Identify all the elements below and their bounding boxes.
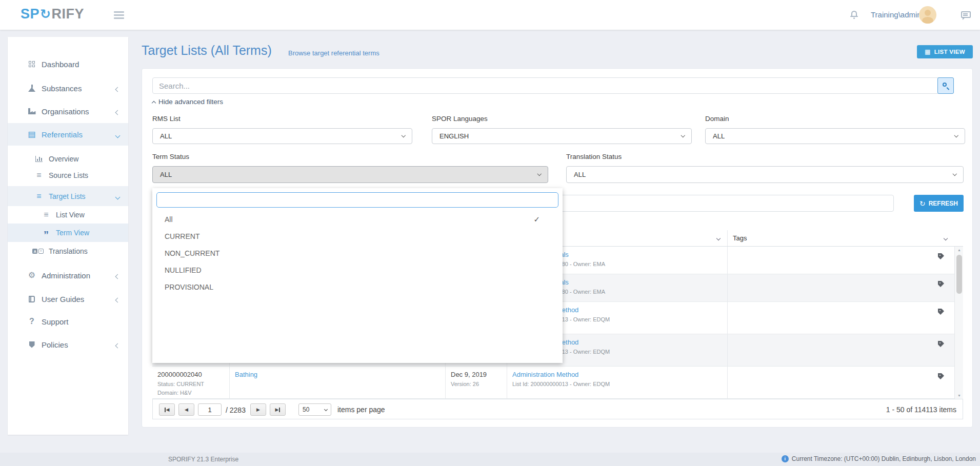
last-page-button[interactable]: ▶ [270, 403, 286, 416]
search-button[interactable] [937, 77, 954, 94]
term-domain: Domain: H&V [157, 390, 224, 396]
tag-icon[interactable] [938, 341, 944, 347]
total-pages-label: / 2283 [226, 406, 246, 414]
rms-list-select[interactable]: ALL [152, 128, 412, 144]
tag-icon[interactable] [938, 373, 944, 379]
page-title: Target Lists (All Terms) [142, 43, 272, 58]
sidebar-item-label: Dashboard [42, 60, 79, 69]
hide-advanced-filters-link[interactable]: Hide advanced filters [152, 98, 223, 106]
rms-list-label: RMS List [152, 115, 181, 123]
chevron-down-icon [952, 172, 956, 176]
sidebar-item-target-lists[interactable]: ≡ Target Lists [8, 186, 128, 206]
previous-page-button[interactable]: ◀ [178, 403, 194, 416]
sidebar-item-user-guides[interactable]: User Guides [8, 288, 128, 310]
refresh-button[interactable]: ↻ REFRESH [914, 195, 964, 212]
referentials-list-icon: ▤ [26, 130, 37, 138]
column-menu-icon[interactable] [944, 236, 948, 240]
term-name-link[interactable]: Bathing [235, 371, 440, 378]
sidebar-item-label: Term View [56, 229, 89, 237]
header-cell-tags[interactable]: Tags [728, 230, 954, 246]
items-range-label: 1 - 50 of 114113 items [886, 406, 956, 414]
items-per-page-label: items per page [337, 406, 385, 414]
scroll-down-icon[interactable]: ▼ [955, 394, 964, 397]
sidebar-item-list-view[interactable]: ≡ List View [8, 206, 128, 224]
first-page-button[interactable]: ◀ [159, 403, 175, 416]
table-row[interactable]: 200000002040 Status: CURRENT Domain: H&V… [152, 367, 963, 399]
next-page-button[interactable]: ▶ [250, 403, 266, 416]
dropdown-filter-input[interactable] [156, 192, 558, 208]
user-menu[interactable]: Training\admin [871, 10, 922, 19]
scroll-up-icon[interactable]: ▲ [955, 248, 964, 252]
sidebar-item-source-lists[interactable]: ≡ Source Lists [8, 167, 128, 184]
question-mark-icon: ? [26, 317, 37, 326]
flask-icon [26, 85, 37, 92]
sidebar-item-label: Organisations [42, 107, 89, 116]
table-scrollbar[interactable]: ▲ ▼ [954, 247, 963, 399]
notifications-bell-icon[interactable] [850, 11, 858, 19]
chevron-down-icon [401, 133, 405, 137]
wrench-icon: ⚙ [26, 271, 37, 279]
sidebar-item-label: Substances [42, 84, 82, 93]
search-input[interactable] [152, 77, 954, 94]
sidebar-item-support[interactable]: ? Support [8, 310, 128, 333]
factory-icon [26, 108, 37, 114]
chevron-down-icon [116, 130, 119, 139]
chevron-down-icon [116, 192, 119, 200]
avatar[interactable] [919, 6, 936, 24]
term-status-dropdown-panel: All ✓ CURRENT NON_CURRENT NULLIFIED PROV… [152, 188, 563, 363]
page-number-input[interactable] [198, 403, 222, 416]
chevron-down-icon [537, 172, 541, 176]
hamburger-menu-icon[interactable] [114, 11, 124, 19]
term-id: 200000002040 [157, 371, 224, 378]
domain-select[interactable]: ALL [705, 128, 965, 144]
timezone-info: i Current Timezone: (UTC+00:00) Dublin, … [782, 455, 976, 462]
sidebar-item-label: List View [56, 211, 85, 219]
sidebar-item-administration[interactable]: ⚙ Administration [8, 264, 128, 287]
page-subtitle-link[interactable]: Browse target referential terms [288, 49, 379, 57]
domain-label: Domain [705, 115, 729, 123]
dropdown-option-non-current[interactable]: NON_CURRENT [152, 245, 563, 261]
sidebar-item-organisations[interactable]: Organisations [8, 100, 128, 123]
dropdown-option-provisional[interactable]: PROVISIONAL [152, 278, 563, 295]
dropdown-option-nullified[interactable]: NULLIFIED [152, 261, 563, 278]
list-info: List Id: 200000000013 - Owner: EDQM [512, 381, 722, 387]
hide-advanced-filters-label: Hide advanced filters [158, 98, 223, 106]
sidebar-item-referentials[interactable]: ▤ Referentials [8, 123, 128, 146]
refresh-button-label: REFRESH [929, 200, 958, 207]
shield-icon [26, 341, 37, 348]
translation-status-select[interactable]: ALL [566, 166, 964, 183]
caret-up-icon [152, 100, 156, 105]
list-icon: ≡ [33, 192, 45, 200]
list-view-button[interactable]: ▦ LIST VIEW [917, 45, 973, 58]
term-status-label: Term Status [152, 153, 189, 160]
column-menu-icon[interactable] [716, 236, 721, 240]
chat-icon[interactable] [961, 11, 971, 18]
chevron-down-icon [324, 407, 328, 411]
scrollbar-thumb[interactable] [956, 255, 962, 294]
pager: ◀ ◀ / 2283 ▶ ▶ 50 items per page 1 - 50 … [152, 399, 963, 419]
sporify-logo[interactable]: SP↻RIFY [21, 6, 84, 22]
sidebar-item-label: Source Lists [49, 171, 88, 179]
sidebar-item-overview[interactable]: Overview [8, 151, 128, 167]
page-size-select[interactable]: 50 [298, 403, 331, 416]
sync-icon: ↻ [40, 7, 51, 22]
domain-value: ALL [713, 132, 725, 140]
sidebar-item-dashboard[interactable]: Dashboard [8, 53, 128, 75]
dropdown-option-all[interactable]: All ✓ [152, 211, 563, 228]
spor-languages-select[interactable]: ENGLISH [432, 128, 692, 144]
sidebar-item-label: Target Lists [49, 192, 86, 200]
term-status-select[interactable]: ALL [152, 166, 548, 183]
tag-icon[interactable] [938, 253, 944, 259]
list-icon: ≡ [33, 171, 45, 179]
tag-icon[interactable] [938, 309, 944, 315]
dropdown-option-current[interactable]: CURRENT [152, 228, 563, 245]
sidebar-item-substances[interactable]: Substances [8, 77, 128, 99]
translation-status-value: ALL [574, 171, 586, 178]
tag-icon[interactable] [938, 281, 944, 287]
sidebar-item-policies[interactable]: Policies [8, 333, 128, 356]
sidebar-item-term-view[interactable]: ” Term View [8, 224, 128, 242]
page-size-value: 50 [303, 406, 309, 413]
list-link[interactable]: Administration Method [512, 371, 722, 378]
sidebar-item-translations[interactable]: A* Translations [8, 243, 128, 259]
book-icon [26, 296, 37, 302]
